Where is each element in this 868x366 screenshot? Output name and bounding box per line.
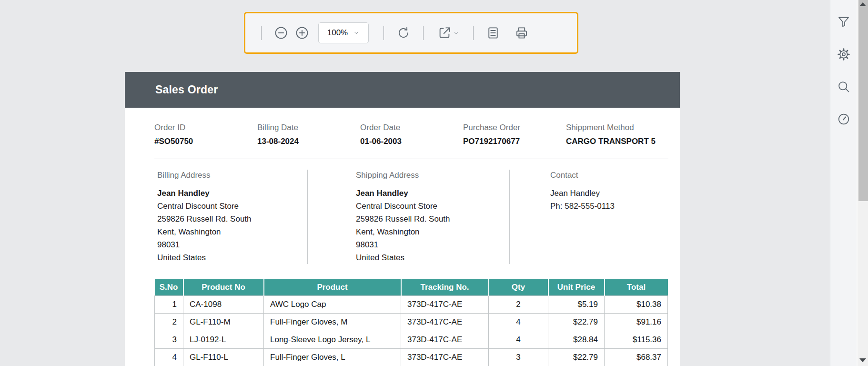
address-line: 259826 Russell Rd. South xyxy=(356,213,509,225)
zoom-in-icon xyxy=(294,25,310,41)
address-label: Shipping Address xyxy=(356,170,509,180)
column-header: S.No xyxy=(155,279,183,295)
address-line: 259826 Russell Rd. South xyxy=(157,213,307,225)
column-header: Product xyxy=(264,279,401,295)
column-header: Product No xyxy=(183,279,264,295)
field-value: #SO50750 xyxy=(154,137,257,146)
table-cell: LJ-0192-L xyxy=(183,331,264,348)
scroll-down-arrow[interactable] xyxy=(859,358,866,362)
table-cell: Full-Finger Gloves, M xyxy=(264,313,401,331)
billing-date-field: Billing Date 13-08-2024 xyxy=(257,123,360,146)
order-date-field: Order Date 01-06-2003 xyxy=(360,123,463,146)
print-button[interactable] xyxy=(511,22,532,43)
table-cell: 373D-417C-AE xyxy=(401,313,489,331)
table-cell: Full-Finger Gloves, L xyxy=(264,348,401,366)
chevron-down-icon xyxy=(453,30,459,36)
toolbar-divider xyxy=(261,26,262,40)
zoom-out-button[interactable] xyxy=(271,22,292,43)
performance-button[interactable] xyxy=(836,112,851,127)
table-cell: 4 xyxy=(155,348,183,366)
performance-icon xyxy=(837,112,850,126)
table-cell: $115.36 xyxy=(605,331,668,348)
address-line: United States xyxy=(157,251,307,264)
table-cell: $22.79 xyxy=(548,313,605,331)
viewer-toolbar: 100% xyxy=(244,12,578,54)
table-cell: 373D-417C-AE xyxy=(401,295,489,313)
document-view-button[interactable] xyxy=(483,22,504,43)
table-cell: 373D-417C-AE xyxy=(401,348,489,366)
address-line: Central Discount Store xyxy=(157,200,307,213)
table-cell: Long-Sleeve Logo Jersey, L xyxy=(264,331,401,348)
address-line: Kent, Washington xyxy=(356,225,509,238)
address-line: 98031 xyxy=(157,238,307,251)
zoom-level-value: 100% xyxy=(327,28,348,38)
scrollbar-thumb[interactable] xyxy=(858,0,868,201)
table-cell: CA-1098 xyxy=(183,295,264,313)
field-label: Shippment Method xyxy=(566,123,669,132)
table-cell: 3 xyxy=(489,348,548,366)
address-name: Jean Handley xyxy=(157,187,307,200)
table-cell: 4 xyxy=(489,313,548,331)
zoom-in-button[interactable] xyxy=(292,22,313,43)
addresses-section: Billing Address Jean Handley Central Dis… xyxy=(125,170,680,264)
search-icon xyxy=(837,80,850,93)
address-line: 98031 xyxy=(356,238,509,251)
right-icon-rail xyxy=(830,0,857,366)
address-line: Central Discount Store xyxy=(356,200,509,213)
table-cell: 3 xyxy=(155,331,183,348)
address-line: United States xyxy=(356,251,509,264)
filter-button[interactable] xyxy=(836,14,851,30)
table-cell: $28.84 xyxy=(548,331,605,348)
table-cell: AWC Logo Cap xyxy=(264,295,401,313)
field-label: Billing Date xyxy=(257,123,360,132)
scroll-up-arrow[interactable] xyxy=(859,2,866,6)
toolbar-divider xyxy=(423,26,424,40)
table-row: 2GL-F110-MFull-Finger Gloves, M373D-417C… xyxy=(155,313,668,331)
table-cell: 2 xyxy=(489,295,548,313)
refresh-icon xyxy=(396,26,411,40)
table-cell: 2 xyxy=(155,313,183,331)
export-button[interactable] xyxy=(433,22,464,43)
address-line: Jean Handley xyxy=(550,187,680,200)
refresh-button[interactable] xyxy=(393,22,414,43)
search-button[interactable] xyxy=(836,79,851,94)
table-cell: 373D-417C-AE xyxy=(401,331,489,348)
table-row: 3LJ-0192-LLong-Sleeve Logo Jersey, L373D… xyxy=(155,331,668,348)
settings-button[interactable] xyxy=(836,47,851,62)
table-row: 1CA-1098AWC Logo Cap373D-417C-AE2$5.19$1… xyxy=(155,295,668,313)
order-info-section: Order ID #SO50750 Billing Date 13-08-202… xyxy=(125,108,680,146)
address-name: Jean Handley xyxy=(356,187,509,200)
toolbar-divider xyxy=(384,26,384,40)
page-title: Sales Order xyxy=(155,83,218,96)
address-label: Contact xyxy=(550,170,680,180)
billing-address-block: Billing Address Jean Handley Central Dis… xyxy=(125,170,307,264)
column-header: Qty xyxy=(489,279,548,295)
vertical-scrollbar[interactable] xyxy=(857,0,868,366)
shipment-method-field: Shippment Method CARGO TRANSPORT 5 xyxy=(566,123,669,146)
toolbar-divider xyxy=(473,26,474,40)
address-label: Billing Address xyxy=(157,170,307,180)
table-cell: $68.37 xyxy=(605,348,668,366)
section-divider xyxy=(154,159,668,159)
printer-icon xyxy=(515,26,529,40)
contact-block: Contact Jean HandleyPh: 582-555-0113 xyxy=(509,170,680,264)
field-label: Order Date xyxy=(360,123,463,132)
zoom-out-icon xyxy=(273,25,289,41)
shipping-address-block: Shipping Address Jean Handley Central Di… xyxy=(307,170,509,264)
table-cell: 1 xyxy=(155,295,183,313)
field-value: PO7192170677 xyxy=(463,137,566,146)
field-value: 13-08-2024 xyxy=(257,137,360,146)
document-page: Sales Order Order ID #SO50750 Billing Da… xyxy=(125,72,680,366)
table-cell: $91.16 xyxy=(605,313,668,331)
document-icon xyxy=(486,26,500,40)
table-cell: $22.79 xyxy=(548,348,605,366)
zoom-level-dropdown[interactable]: 100% xyxy=(318,22,369,43)
filter-icon xyxy=(837,15,850,29)
order-id-field: Order ID #SO50750 xyxy=(154,123,257,146)
column-header: Total xyxy=(605,279,668,295)
table-cell: GL-F110-L xyxy=(183,348,264,366)
column-header: Tracking No. xyxy=(401,279,489,295)
table-cell: $10.38 xyxy=(605,295,668,313)
field-value: CARGO TRANSPORT 5 xyxy=(566,137,669,146)
field-label: Purchase Order xyxy=(463,123,566,132)
